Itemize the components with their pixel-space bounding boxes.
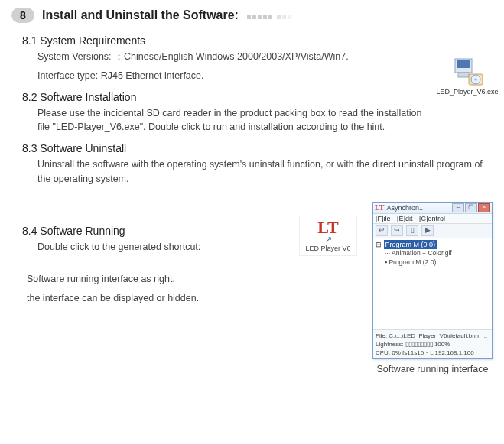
app-menu-bar: [F]ile [E]dit [C]ontrol [373,214,492,224]
installer-file-icon: LED_Player_V6.exe [436,56,499,96]
status-lightness: Lightness: ▯▯▯▯▯▯▯▯▯ 100% [376,340,489,348]
section-8-1: 8.1 System Requirements System Versions:… [22,34,493,83]
heading-8-2: 8.2 Software Installation [22,91,493,103]
toolbar-undo-icon[interactable]: ↩ [376,225,388,236]
heading-8-3: 8.3 Software Uninstall [22,142,493,154]
toolbar-redo-icon[interactable]: ↪ [391,225,403,236]
text-8-4-line3: the interface can be displayed or hidden… [27,291,276,306]
svg-point-5 [475,79,477,81]
section-8-3: 8.3 Software Uninstall Uninstall the sof… [22,142,493,186]
app-tree-panel: ⊟ Program M (0 0) ··· Animation − Color.… [373,238,492,329]
maximize-button[interactable]: ▢ [465,203,477,212]
status-cpu-ip: CPU: 0% fs11s16・L 192.168.1.100 [376,348,489,357]
menu-edit[interactable]: [E]dit [397,215,413,222]
shortcut-label: LED Player V6 [301,245,355,252]
text-8-4-line2: Software running interface as right, [27,272,276,287]
section-8-4: 8.4 Software Running Double click to the… [22,225,276,306]
text-8-1-line1: System Versions: ：Chinese/English Window… [37,50,493,64]
toolbar-box-icon[interactable]: ▯ [406,225,418,236]
app-screenshot-column: LT Asynchron.. – ▢ × [F]ile [E]dit [C]on… [372,202,493,375]
text-8-4-line1: Double click to the generated shortcut: [37,240,276,254]
heading-8-1: 8.1 System Requirements [22,34,493,47]
app-titlebar: LT Asynchron.. – ▢ × [373,203,492,214]
heading-8-4: 8.4 Software Running [22,225,276,237]
app-window: LT Asynchron.. – ▢ × [F]ile [E]dit [C]on… [372,202,493,360]
text-8-3-body: Uninstall the software with the operatin… [37,157,493,186]
status-file: File: C:\...\LED_Player_V6\default.bnm .… [376,332,489,340]
section-8-4-row: 8.4 Software Running Double click to the… [11,202,493,375]
minimize-button[interactable]: – [452,203,464,212]
app-logo-icon: LT [375,203,384,212]
text-8-2-body: Please use the incidental SD card reader… [37,106,493,135]
close-button[interactable]: × [478,203,490,212]
tree-child-2[interactable]: ▪ Program M (2 0) [376,258,489,267]
menu-control[interactable]: [C]ontrol [419,215,445,222]
shortcut-logo: LT [301,219,355,236]
shortcut-arrow-icon: ↗ [301,235,355,245]
section-8-1-wrapper: 8.1 System Requirements System Versions:… [11,34,493,134]
menu-file[interactable]: [F]ile [376,215,391,222]
svg-rect-2 [458,73,469,77]
figure-caption: Software running interface [377,364,489,374]
text-8-1-line2: Interface type: RJ45 Ethernet interface. [37,69,493,83]
app-toolbar: ↩ ↪ ▯ ▶ [373,224,492,238]
installer-icon [450,56,484,86]
shortcut-icon: LT ↗ LED Player V6 [299,216,357,256]
decorative-dots [246,10,292,21]
installer-file-label: LED_Player_V6.exe [436,88,499,96]
app-title: Asynchron.. [386,204,452,212]
section-title: Install and Uninstall the Software: [42,8,239,22]
tree-child-1[interactable]: ··· Animation − Color.gif [376,249,489,258]
toolbar-play-icon[interactable]: ▶ [421,225,434,236]
section-number-badge: 8 [11,8,34,23]
section-8-2: 8.2 Software Installation Please use the… [22,91,493,135]
app-status-bar: File: C:\...\LED_Player_V6\default.bnm .… [373,329,492,359]
section-header: 8 Install and Uninstall the Software: [11,8,493,23]
svg-rect-1 [457,60,470,68]
tree-root-item[interactable]: Program M (0 0) [384,240,437,250]
